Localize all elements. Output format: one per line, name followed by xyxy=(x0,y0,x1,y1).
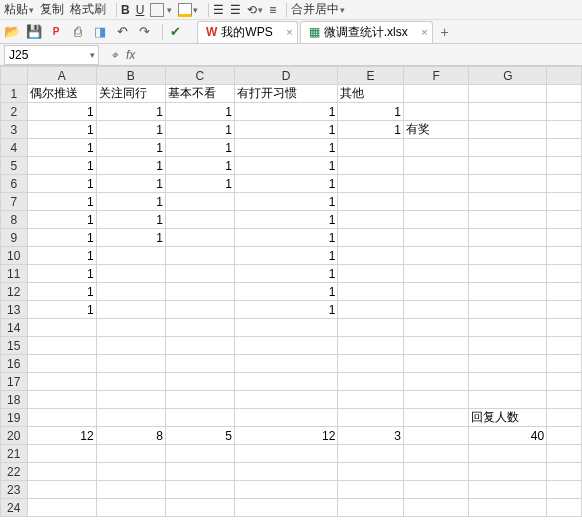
cell-E21[interactable] xyxy=(338,445,404,463)
cell-B10[interactable] xyxy=(96,247,165,265)
row-header-4[interactable]: 4 xyxy=(1,139,28,157)
cell-F15[interactable] xyxy=(403,337,469,355)
cell-E23[interactable] xyxy=(338,481,404,499)
row-header-16[interactable]: 16 xyxy=(1,355,28,373)
cell-F22[interactable] xyxy=(403,463,469,481)
cell-D21[interactable] xyxy=(235,445,338,463)
row-header-8[interactable]: 8 xyxy=(1,211,28,229)
cell-C6[interactable]: 1 xyxy=(165,175,234,193)
tab-wps-home[interactable]: W 我的WPS × xyxy=(197,21,298,43)
cell-G9[interactable] xyxy=(469,229,547,247)
row-header-22[interactable]: 22 xyxy=(1,463,28,481)
cell-D20[interactable]: 12 xyxy=(235,427,338,445)
cell-C24[interactable] xyxy=(165,499,234,517)
cell-G17[interactable] xyxy=(469,373,547,391)
cell-F2[interactable] xyxy=(403,103,469,121)
cell-next-13[interactable] xyxy=(547,301,582,319)
cell-F20[interactable] xyxy=(403,427,469,445)
cell-C13[interactable] xyxy=(165,301,234,319)
cell-D6[interactable]: 1 xyxy=(235,175,338,193)
cell-C17[interactable] xyxy=(165,373,234,391)
cell-G11[interactable] xyxy=(469,265,547,283)
undo-icon[interactable]: ↶ xyxy=(114,24,130,40)
cell-next-18[interactable] xyxy=(547,391,582,409)
cell-next-6[interactable] xyxy=(547,175,582,193)
cell-G21[interactable] xyxy=(469,445,547,463)
cell-C7[interactable] xyxy=(165,193,234,211)
row-header-1[interactable]: 1 xyxy=(1,85,28,103)
cell-E16[interactable] xyxy=(338,355,404,373)
cell-A20[interactable]: 12 xyxy=(27,427,96,445)
cell-A18[interactable] xyxy=(27,391,96,409)
cell-F11[interactable] xyxy=(403,265,469,283)
row-header-9[interactable]: 9 xyxy=(1,229,28,247)
column-header-F[interactable]: F xyxy=(403,67,469,85)
cell-next-7[interactable] xyxy=(547,193,582,211)
bold-button[interactable]: B xyxy=(121,3,130,17)
column-header-next[interactable] xyxy=(547,67,582,85)
cell-A24[interactable] xyxy=(27,499,96,517)
row-header-7[interactable]: 7 xyxy=(1,193,28,211)
cell-next-14[interactable] xyxy=(547,319,582,337)
cell-next-17[interactable] xyxy=(547,373,582,391)
fill-color-button[interactable]: ▾ xyxy=(178,3,198,17)
align-center-button[interactable]: ☰ xyxy=(230,3,241,17)
cell-F10[interactable] xyxy=(403,247,469,265)
cell-A11[interactable]: 1 xyxy=(27,265,96,283)
cell-C8[interactable] xyxy=(165,211,234,229)
cell-C10[interactable] xyxy=(165,247,234,265)
cell-A14[interactable] xyxy=(27,319,96,337)
cell-B21[interactable] xyxy=(96,445,165,463)
save-icon[interactable]: 💾 xyxy=(26,24,42,40)
cell-G23[interactable] xyxy=(469,481,547,499)
name-box[interactable]: J25 ▾ xyxy=(4,45,99,65)
cell-F14[interactable] xyxy=(403,319,469,337)
select-all-corner[interactable] xyxy=(1,67,28,85)
cell-E7[interactable] xyxy=(338,193,404,211)
cell-B19[interactable] xyxy=(96,409,165,427)
row-header-19[interactable]: 19 xyxy=(1,409,28,427)
row-header-15[interactable]: 15 xyxy=(1,337,28,355)
cell-D4[interactable]: 1 xyxy=(235,139,338,157)
cell-D11[interactable]: 1 xyxy=(235,265,338,283)
cell-A7[interactable]: 1 xyxy=(27,193,96,211)
row-header-5[interactable]: 5 xyxy=(1,157,28,175)
cell-next-23[interactable] xyxy=(547,481,582,499)
cell-F23[interactable] xyxy=(403,481,469,499)
cell-A21[interactable] xyxy=(27,445,96,463)
cell-F17[interactable] xyxy=(403,373,469,391)
cell-B7[interactable]: 1 xyxy=(96,193,165,211)
cell-next-21[interactable] xyxy=(547,445,582,463)
cell-E12[interactable] xyxy=(338,283,404,301)
row-header-17[interactable]: 17 xyxy=(1,373,28,391)
row-header-10[interactable]: 10 xyxy=(1,247,28,265)
cell-E13[interactable] xyxy=(338,301,404,319)
trace-icon[interactable]: ⌖ xyxy=(111,48,118,62)
cell-F1[interactable] xyxy=(403,85,469,103)
cell-E3[interactable]: 1 xyxy=(338,121,404,139)
cell-G7[interactable] xyxy=(469,193,547,211)
cell-B13[interactable] xyxy=(96,301,165,319)
cell-C20[interactable]: 5 xyxy=(165,427,234,445)
cell-C14[interactable] xyxy=(165,319,234,337)
cell-B5[interactable]: 1 xyxy=(96,157,165,175)
cell-D23[interactable] xyxy=(235,481,338,499)
column-header-D[interactable]: D xyxy=(235,67,338,85)
cell-F19[interactable] xyxy=(403,409,469,427)
row-header-21[interactable]: 21 xyxy=(1,445,28,463)
cell-next-12[interactable] xyxy=(547,283,582,301)
orientation-button[interactable]: ⟲▾ xyxy=(247,3,263,17)
cell-F3[interactable]: 有奖 xyxy=(403,121,469,139)
cell-D22[interactable] xyxy=(235,463,338,481)
cell-F5[interactable] xyxy=(403,157,469,175)
cell-A8[interactable]: 1 xyxy=(27,211,96,229)
cell-C11[interactable] xyxy=(165,265,234,283)
cell-C23[interactable] xyxy=(165,481,234,499)
cell-D3[interactable]: 1 xyxy=(235,121,338,139)
cell-C22[interactable] xyxy=(165,463,234,481)
cell-C5[interactable]: 1 xyxy=(165,157,234,175)
cell-A3[interactable]: 1 xyxy=(27,121,96,139)
align-left-button[interactable]: ☰ xyxy=(213,3,224,17)
cell-B14[interactable] xyxy=(96,319,165,337)
cell-A10[interactable]: 1 xyxy=(27,247,96,265)
